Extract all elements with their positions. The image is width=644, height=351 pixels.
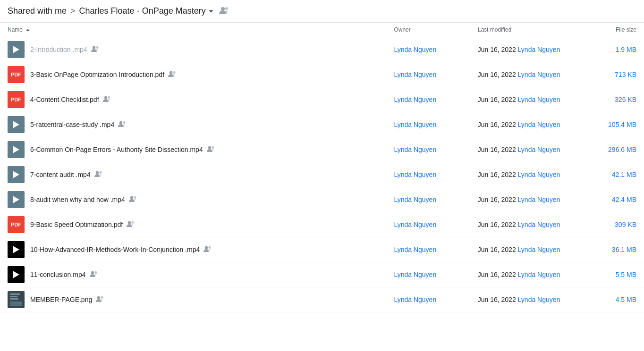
shared-icon — [94, 170, 103, 179]
modified-date: Jun 16, 2022 Lynda Nguyen — [470, 212, 586, 237]
file-name: 5-ratcentral-case-study .mp4 — [30, 120, 127, 129]
file-size: 5.5 MB — [586, 262, 644, 287]
owner-name[interactable]: Lynda Nguyen — [394, 96, 436, 103]
table-row[interactable]: 7-content audit .mp4 Lynda NguyenJun 16,… — [0, 162, 644, 187]
owner-column-label: Owner — [394, 26, 410, 33]
table-row[interactable]: 11-conclusion.mp4 Lynda NguyenJun 16, 20… — [0, 262, 644, 287]
svg-point-0 — [221, 7, 225, 11]
table-header: Name Owner Last modified File size — [0, 23, 644, 37]
file-name: 9-Basic Speed Optimization.pdf — [30, 220, 135, 229]
modifier-name[interactable]: Lynda Nguyen — [518, 221, 560, 228]
table-row[interactable]: MEMBER-PAGE.png Lynda NguyenJun 16, 2022… — [0, 287, 644, 312]
svg-point-21 — [94, 271, 97, 274]
modifier-name[interactable]: Lynda Nguyen — [518, 121, 560, 128]
svg-point-5 — [173, 71, 176, 74]
folder-dropdown-icon[interactable] — [209, 10, 213, 13]
video-icon — [8, 266, 25, 283]
table-row[interactable]: 2-Introduction .mp4 Lynda NguyenJun 16, … — [0, 37, 644, 62]
modifier-name[interactable]: Lynda Nguyen — [518, 146, 560, 153]
modifier-name[interactable]: Lynda Nguyen — [518, 196, 560, 203]
video-icon — [8, 141, 25, 158]
sort-arrow-icon — [26, 29, 30, 31]
file-size: 36.1 MB — [586, 237, 644, 262]
folder-name: Charles Floate - OnPage Mastery — [79, 6, 206, 16]
file-size: 105.4 MB — [586, 112, 644, 137]
owner-name[interactable]: Lynda Nguyen — [394, 171, 436, 178]
size-column-header[interactable]: File size — [586, 23, 644, 37]
shared-with-me-link[interactable]: Shared with me — [8, 6, 67, 16]
table-row[interactable]: 6-Common On-Page Errors - Authority Site… — [0, 137, 644, 162]
svg-point-15 — [134, 196, 136, 199]
owner-name[interactable]: Lynda Nguyen — [394, 296, 436, 303]
modified-date: Jun 16, 2022 Lynda Nguyen — [470, 137, 586, 162]
table-row[interactable]: PDF4-Content Checklist.pdf Lynda NguyenJ… — [0, 87, 644, 112]
modified-column-header[interactable]: Last modified — [470, 23, 586, 37]
file-name: 7-content audit .mp4 — [30, 170, 103, 179]
shared-icon — [103, 95, 111, 104]
modified-date: Jun 16, 2022 Lynda Nguyen — [470, 237, 586, 262]
shared-icon — [127, 220, 135, 229]
svg-point-17 — [132, 221, 134, 224]
share-people-icon[interactable] — [219, 6, 229, 17]
video-icon — [8, 191, 25, 208]
shared-icon — [118, 120, 127, 129]
pdf-icon: PDF — [8, 216, 25, 233]
owner-name[interactable]: Lynda Nguyen — [394, 146, 436, 153]
video-icon — [8, 116, 25, 133]
modifier-name[interactable]: Lynda Nguyen — [518, 296, 560, 303]
file-size: 326 KB — [586, 87, 644, 112]
owner-name[interactable]: Lynda Nguyen — [394, 246, 436, 253]
owner-name[interactable]: Lynda Nguyen — [394, 221, 436, 228]
owner-name[interactable]: Lynda Nguyen — [394, 46, 436, 53]
svg-point-4 — [169, 71, 172, 74]
svg-point-10 — [208, 146, 211, 149]
svg-point-20 — [91, 271, 93, 274]
file-size: 296.6 MB — [586, 137, 644, 162]
svg-point-13 — [99, 171, 102, 174]
table-row[interactable]: 8-audit when why and how .mp4 Lynda Nguy… — [0, 187, 644, 212]
svg-point-3 — [96, 46, 98, 49]
owner-name[interactable]: Lynda Nguyen — [394, 71, 436, 78]
file-name: 3-Basic OnPage Optimization Introduction… — [30, 70, 177, 79]
modifier-name[interactable]: Lynda Nguyen — [518, 46, 560, 53]
svg-point-16 — [128, 221, 131, 224]
shared-icon — [168, 70, 177, 79]
svg-point-8 — [119, 121, 122, 124]
modified-date: Jun 16, 2022 Lynda Nguyen — [470, 112, 586, 137]
owner-name[interactable]: Lynda Nguyen — [394, 271, 436, 278]
file-name: 10-How-Advanced-IR-Methods-Work-In-Conju… — [30, 245, 212, 254]
modifier-name[interactable]: Lynda Nguyen — [518, 171, 560, 178]
svg-point-18 — [205, 246, 208, 249]
modifier-name[interactable]: Lynda Nguyen — [518, 246, 560, 253]
file-name: MEMBER-PAGE.png — [30, 295, 104, 304]
modified-date: Jun 16, 2022 Lynda Nguyen — [470, 62, 586, 87]
file-size: 42.4 MB — [586, 187, 644, 212]
modifier-name[interactable]: Lynda Nguyen — [518, 271, 560, 278]
pdf-icon: PDF — [8, 91, 25, 108]
file-name: 2-Introduction .mp4 — [30, 45, 100, 54]
file-name: 6-Common On-Page Errors - Authority Site… — [30, 145, 215, 154]
table-row[interactable]: PDF9-Basic Speed Optimization.pdf Lynda … — [0, 212, 644, 237]
file-size: 713 KB — [586, 62, 644, 87]
svg-point-2 — [92, 46, 95, 49]
shared-icon — [207, 145, 215, 154]
svg-point-7 — [108, 96, 110, 99]
svg-point-1 — [225, 7, 228, 10]
owner-name[interactable]: Lynda Nguyen — [394, 196, 436, 203]
modified-column-label: Last modified — [478, 26, 511, 33]
svg-point-6 — [104, 96, 107, 99]
modifier-name[interactable]: Lynda Nguyen — [518, 96, 560, 103]
owner-column-header[interactable]: Owner — [386, 23, 470, 37]
modified-date: Jun 16, 2022 Lynda Nguyen — [470, 187, 586, 212]
table-row[interactable]: PDF3-Basic OnPage Optimization Introduct… — [0, 62, 644, 87]
size-column-label: File size — [616, 26, 636, 33]
table-row[interactable]: 10-How-Advanced-IR-Methods-Work-In-Conju… — [0, 237, 644, 262]
modifier-name[interactable]: Lynda Nguyen — [518, 71, 560, 78]
name-column-header[interactable]: Name — [0, 23, 386, 37]
file-size: 309 KB — [586, 212, 644, 237]
image-icon — [8, 291, 25, 308]
table-row[interactable]: 5-ratcentral-case-study .mp4 Lynda Nguye… — [0, 112, 644, 137]
breadcrumb-separator: > — [70, 6, 76, 16]
owner-name[interactable]: Lynda Nguyen — [394, 121, 436, 128]
modified-date: Jun 16, 2022 Lynda Nguyen — [470, 262, 586, 287]
